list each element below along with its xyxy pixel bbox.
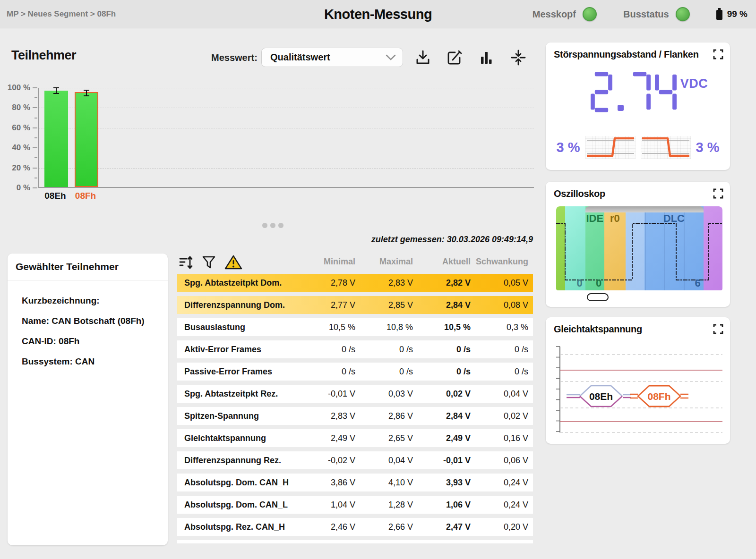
table-row[interactable]: Absolutspg. Dom. CAN_H3,86 V4,10 V3,93 V…	[177, 474, 533, 491]
battery-indicator: 99 %	[715, 8, 747, 21]
scope-bit-value: 6	[695, 277, 700, 289]
bar-08Fh[interactable]	[75, 92, 98, 187]
filter-button[interactable]	[202, 255, 216, 272]
warning-button[interactable]	[224, 254, 243, 272]
cell: Passive-Error Frames	[184, 367, 298, 377]
bar-chart-button[interactable]	[478, 49, 494, 66]
filter-icon	[202, 255, 216, 270]
messkopf-label: Messkopf	[533, 9, 576, 20]
participant-info-line: Bussystem: CAN	[22, 351, 145, 372]
expand-button[interactable]	[713, 323, 724, 335]
cell: 2,47 V	[413, 522, 471, 532]
messwert-dropdown[interactable]: Qualitätswert	[261, 48, 403, 67]
cell: 10,5 %	[413, 322, 471, 332]
eye-08Eh[interactable]: 08Eh	[567, 386, 631, 407]
table-row[interactable]: Busauslastung10,5 %10,8 %10,5 %0,3 %	[177, 318, 533, 336]
x-label-08Fh[interactable]: 08Fh	[70, 191, 101, 201]
cell: 0 /s	[413, 345, 471, 355]
cell: 10,8 %	[355, 322, 413, 332]
cell: -0,01 V	[413, 456, 471, 466]
cell: 0 /s	[355, 367, 413, 377]
col-aktuell[interactable]: Aktuell	[413, 257, 471, 267]
cell: 2,85 V	[355, 300, 413, 310]
cell: Absolutspg. Dom. CAN_L	[184, 500, 298, 510]
decimal-point	[618, 105, 624, 111]
cell: 0,24 V	[471, 500, 528, 510]
error-bar	[83, 89, 90, 99]
cell: 2,49 V	[298, 433, 355, 443]
eye-08Fh[interactable]: 08Fh	[630, 386, 688, 407]
cell: Absolutspg. Dom. CAN_H	[184, 478, 298, 488]
seven-segment-digit	[655, 72, 677, 112]
expand-button[interactable]	[713, 49, 724, 60]
scope-scroll-handle[interactable]	[587, 293, 609, 301]
bar-chart-icon	[478, 49, 494, 66]
y-tick-label: 0 %	[4, 183, 30, 193]
table-row[interactable]: Absolutspg. Rez. CAN_H2,46 V2,66 V2,47 V…	[177, 518, 533, 536]
cell: Busauslastung	[184, 322, 298, 332]
gleichtakt-panel: Gleichtaktspannung	[546, 317, 730, 444]
cell: -0,01 V	[298, 389, 355, 399]
cell: 2,83 V	[298, 411, 355, 421]
cell: Aktiv-Error Frames	[184, 345, 298, 355]
chevron-down-icon	[386, 54, 396, 61]
expand-button[interactable]	[713, 188, 724, 199]
table-row[interactable]: Differenzspannung Rez.-0,02 V0,04 V-0,01…	[177, 451, 533, 469]
cell: 0,20 V	[471, 522, 528, 532]
sort-icon	[179, 255, 194, 270]
scope-bit-value: 0	[596, 277, 601, 289]
cell: 2,86 V	[355, 411, 413, 421]
download-button[interactable]	[415, 49, 431, 66]
seven-segment-digit	[591, 72, 612, 112]
table-row[interactable]: Spg. Abtastzeitpkt Rez.-0,01 V0,03 V0,02…	[177, 385, 533, 403]
y-tick-label: 100 %	[4, 83, 30, 93]
table-row[interactable]: Gleichtaktspannung2,49 V2,65 V2,49 V0,16…	[177, 429, 533, 447]
cell: 1,04 V	[298, 500, 355, 510]
x-label-08Eh[interactable]: 08Eh	[40, 191, 70, 201]
cell: 0,3 %	[471, 322, 528, 332]
cell: 4,10 V	[355, 478, 413, 488]
falling-edge-graph	[641, 136, 691, 159]
download-icon	[415, 49, 431, 66]
bar-08Eh[interactable]	[44, 91, 68, 187]
cell: Absolutspg. Rez. CAN_H	[184, 522, 298, 532]
table-row[interactable]: Absolutspg. Dom. CAN_L1,04 V1,28 V1,06 V…	[177, 496, 533, 514]
cell: 0,02 V	[413, 389, 471, 399]
cell: 2,77 V	[298, 300, 355, 310]
battery-percent: 99 %	[727, 9, 747, 19]
stoerspannung-panel: Störspannungsabstand / Flanken VDC 3 %	[546, 42, 730, 170]
gleichtakt-chart[interactable]: 08Eh 08Fh	[551, 343, 724, 437]
edge-percent-row: 3 % 3 %	[546, 136, 730, 159]
can-frame-scope[interactable]: 0IDE0r0DLC6	[556, 206, 722, 290]
table-row[interactable]: Passive-Error Frames0 /s0 /s0 /s0 /s	[177, 363, 533, 381]
panel-resize-handle[interactable]	[262, 223, 284, 228]
cell: 2,82 V	[413, 278, 471, 288]
col-maximal[interactable]: Maximal	[355, 257, 413, 267]
cell: 10,5 %	[298, 322, 355, 332]
svg-text:08Fh: 08Fh	[647, 391, 670, 402]
voltage-unit: VDC	[680, 76, 708, 112]
table-row-partial	[177, 540, 533, 543]
table-row[interactable]: Differenzspannung Dom.2,77 V2,85 V2,84 V…	[177, 296, 533, 314]
seven-segment-digit	[629, 72, 651, 112]
axis-ticks	[556, 347, 560, 432]
cell: 2,84 V	[413, 300, 471, 310]
header-bar: MP > Neues Segment > 08Fh Knoten-Messung…	[0, 0, 756, 28]
table-row[interactable]: Spg. Abtastzeitpkt Dom.2,78 V2,83 V2,82 …	[177, 274, 533, 292]
header-status-cluster: Messkopf Busstatus 99 %	[533, 0, 747, 28]
left-edge-percent: 3 %	[557, 140, 580, 155]
table-row[interactable]: Spitzen-Spannung2,83 V2,86 V2,84 V0,02 V	[177, 407, 533, 425]
col-schwankung[interactable]: Schwankung	[471, 257, 528, 267]
col-minimal[interactable]: Minimal	[298, 257, 355, 267]
sort-button[interactable]	[179, 255, 194, 272]
table-toolbar	[179, 254, 243, 272]
y-tick-label: 40 %	[4, 143, 30, 152]
table-row[interactable]: Aktiv-Error Frames0 /s0 /s0 /s0 /s	[177, 340, 533, 358]
cell: 0,04 V	[355, 456, 413, 466]
y-tick-label: 80 %	[4, 103, 30, 112]
edit-button[interactable]	[447, 49, 463, 66]
oszilloskop-panel: Oszilloskop 0IDE0r0DLC6	[546, 182, 730, 307]
teilnehmer-bar-chart[interactable]	[38, 88, 534, 188]
scope-label-DLC: DLC	[663, 212, 685, 225]
compress-button[interactable]	[510, 49, 526, 66]
